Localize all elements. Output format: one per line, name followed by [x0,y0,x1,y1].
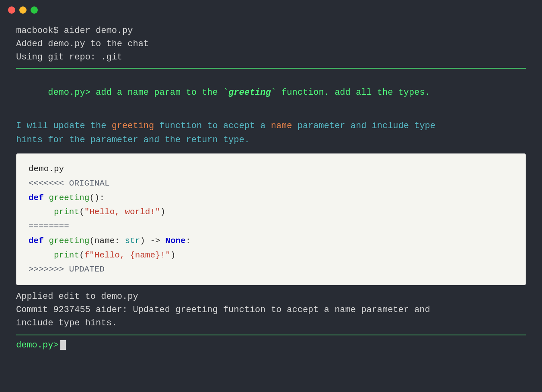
top-divider [16,68,526,69]
terminal-content: macbook$ aider demo.py Added demo.py to … [0,20,542,392]
ai-response: I will update the greeting function to a… [16,119,526,147]
using-git-line: Using git repo: .git [16,51,526,64]
code-block: demo.py <<<<<<< ORIGINAL def greeting():… [16,153,526,285]
close-button[interactable] [8,6,15,14]
code-new-def: def greeting(name: str) -> None: [29,234,513,248]
code-orig-def: def greeting(): [29,191,513,205]
code-new-print: print(f"Hello, {name}!") [29,248,513,263]
greeting-highlight: greeting [112,121,154,131]
response-line2: hints for the parameter and the return t… [16,135,250,145]
response-prefix: I will update the [16,121,112,131]
response-middle: function to accept a [154,121,271,131]
greeting-backtick: greeting [228,88,271,98]
response-suffix: parameter and include type [292,121,435,131]
code-original-marker: <<<<<<< ORIGINAL [29,176,513,191]
title-bar [0,0,542,20]
code-filename: demo.py [29,162,513,176]
prompt-label: demo.py> [16,340,59,350]
maximize-button[interactable] [31,6,38,14]
code-updated-marker: >>>>>>> UPDATED [29,262,513,277]
terminal-window: macbook$ aider demo.py Added demo.py to … [0,0,542,392]
code-orig-print: print("Hello, world!") [29,205,513,219]
initial-command-line: macbook$ aider demo.py [16,24,526,37]
commit-line-1: Commit 9237455 aider: Updated greeting f… [16,303,526,316]
input-prompt-line[interactable]: demo.py> [16,340,526,350]
minimize-button[interactable] [19,6,27,14]
prompt-suffix: ` function. add all the types. [271,88,430,98]
name-highlight: name [271,121,292,131]
cursor [60,340,66,350]
status-lines: Applied edit to demo.py Commit 9237455 a… [16,290,526,330]
applied-edit-line: Applied edit to demo.py [16,290,526,303]
commit-line-2: include type hints. [16,316,526,330]
prompt-prefix: demo.py> add a name param to the ` [48,88,228,98]
code-separator: ======== [29,219,513,234]
added-file-line: Added demo.py to the chat [16,37,526,51]
bottom-divider [16,335,526,335]
user-prompt-line: demo.py> add a name param to the `greeti… [16,73,526,112]
